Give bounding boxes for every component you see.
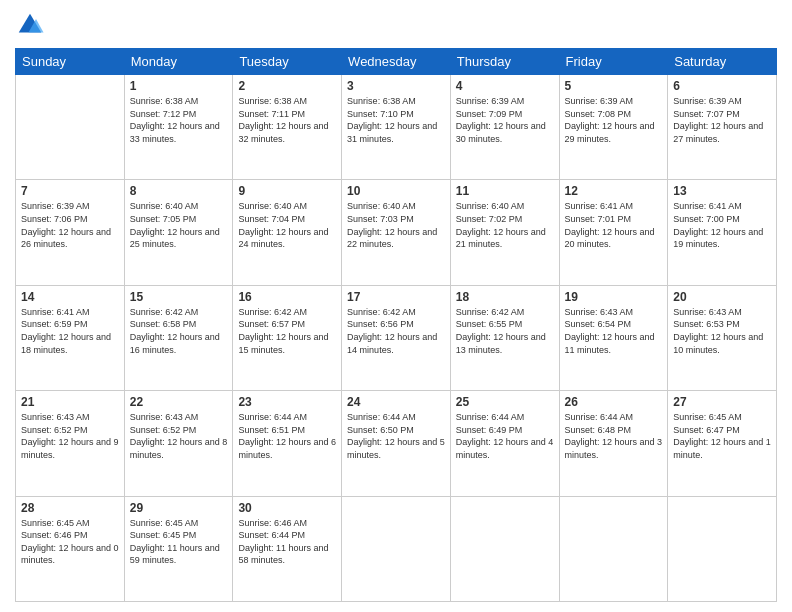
calendar-week-row: 1Sunrise: 6:38 AMSunset: 7:12 PMDaylight… (16, 75, 777, 180)
calendar-week-row: 14Sunrise: 6:41 AMSunset: 6:59 PMDayligh… (16, 285, 777, 390)
day-number: 19 (565, 290, 663, 304)
calendar-cell: 10Sunrise: 6:40 AMSunset: 7:03 PMDayligh… (342, 180, 451, 285)
cell-info: Sunrise: 6:38 AMSunset: 7:12 PMDaylight:… (130, 96, 220, 144)
day-number: 30 (238, 501, 336, 515)
cell-info: Sunrise: 6:43 AMSunset: 6:52 PMDaylight:… (130, 412, 228, 460)
calendar-header-row: SundayMondayTuesdayWednesdayThursdayFrid… (16, 49, 777, 75)
calendar-cell: 26Sunrise: 6:44 AMSunset: 6:48 PMDayligh… (559, 391, 668, 496)
calendar-cell: 14Sunrise: 6:41 AMSunset: 6:59 PMDayligh… (16, 285, 125, 390)
calendar-cell: 28Sunrise: 6:45 AMSunset: 6:46 PMDayligh… (16, 496, 125, 601)
calendar-cell: 25Sunrise: 6:44 AMSunset: 6:49 PMDayligh… (450, 391, 559, 496)
calendar-cell: 16Sunrise: 6:42 AMSunset: 6:57 PMDayligh… (233, 285, 342, 390)
day-number: 5 (565, 79, 663, 93)
weekday-header: Wednesday (342, 49, 451, 75)
calendar-cell (16, 75, 125, 180)
header (15, 10, 777, 40)
day-number: 8 (130, 184, 228, 198)
calendar-week-row: 21Sunrise: 6:43 AMSunset: 6:52 PMDayligh… (16, 391, 777, 496)
day-number: 21 (21, 395, 119, 409)
calendar-cell: 1Sunrise: 6:38 AMSunset: 7:12 PMDaylight… (124, 75, 233, 180)
calendar-cell: 17Sunrise: 6:42 AMSunset: 6:56 PMDayligh… (342, 285, 451, 390)
day-number: 1 (130, 79, 228, 93)
calendar-cell: 3Sunrise: 6:38 AMSunset: 7:10 PMDaylight… (342, 75, 451, 180)
cell-info: Sunrise: 6:39 AMSunset: 7:06 PMDaylight:… (21, 201, 111, 249)
calendar-cell: 22Sunrise: 6:43 AMSunset: 6:52 PMDayligh… (124, 391, 233, 496)
cell-info: Sunrise: 6:46 AMSunset: 6:44 PMDaylight:… (238, 518, 328, 566)
cell-info: Sunrise: 6:40 AMSunset: 7:04 PMDaylight:… (238, 201, 328, 249)
logo-icon (15, 10, 45, 40)
calendar-cell: 13Sunrise: 6:41 AMSunset: 7:00 PMDayligh… (668, 180, 777, 285)
cell-info: Sunrise: 6:40 AMSunset: 7:03 PMDaylight:… (347, 201, 437, 249)
day-number: 27 (673, 395, 771, 409)
calendar-cell: 23Sunrise: 6:44 AMSunset: 6:51 PMDayligh… (233, 391, 342, 496)
cell-info: Sunrise: 6:45 AMSunset: 6:47 PMDaylight:… (673, 412, 771, 460)
cell-info: Sunrise: 6:42 AMSunset: 6:55 PMDaylight:… (456, 307, 546, 355)
calendar-cell (450, 496, 559, 601)
day-number: 9 (238, 184, 336, 198)
cell-info: Sunrise: 6:43 AMSunset: 6:53 PMDaylight:… (673, 307, 763, 355)
cell-info: Sunrise: 6:38 AMSunset: 7:10 PMDaylight:… (347, 96, 437, 144)
calendar-cell: 4Sunrise: 6:39 AMSunset: 7:09 PMDaylight… (450, 75, 559, 180)
day-number: 29 (130, 501, 228, 515)
day-number: 16 (238, 290, 336, 304)
cell-info: Sunrise: 6:42 AMSunset: 6:56 PMDaylight:… (347, 307, 437, 355)
calendar-cell: 2Sunrise: 6:38 AMSunset: 7:11 PMDaylight… (233, 75, 342, 180)
calendar-cell: 9Sunrise: 6:40 AMSunset: 7:04 PMDaylight… (233, 180, 342, 285)
day-number: 13 (673, 184, 771, 198)
day-number: 20 (673, 290, 771, 304)
weekday-header: Sunday (16, 49, 125, 75)
cell-info: Sunrise: 6:39 AMSunset: 7:08 PMDaylight:… (565, 96, 655, 144)
day-number: 24 (347, 395, 445, 409)
day-number: 4 (456, 79, 554, 93)
cell-info: Sunrise: 6:45 AMSunset: 6:46 PMDaylight:… (21, 518, 119, 566)
day-number: 10 (347, 184, 445, 198)
day-number: 26 (565, 395, 663, 409)
day-number: 2 (238, 79, 336, 93)
day-number: 17 (347, 290, 445, 304)
calendar-cell: 18Sunrise: 6:42 AMSunset: 6:55 PMDayligh… (450, 285, 559, 390)
calendar-cell: 30Sunrise: 6:46 AMSunset: 6:44 PMDayligh… (233, 496, 342, 601)
calendar-cell: 15Sunrise: 6:42 AMSunset: 6:58 PMDayligh… (124, 285, 233, 390)
cell-info: Sunrise: 6:44 AMSunset: 6:51 PMDaylight:… (238, 412, 336, 460)
cell-info: Sunrise: 6:43 AMSunset: 6:54 PMDaylight:… (565, 307, 655, 355)
cell-info: Sunrise: 6:41 AMSunset: 7:01 PMDaylight:… (565, 201, 655, 249)
day-number: 12 (565, 184, 663, 198)
day-number: 22 (130, 395, 228, 409)
weekday-header: Tuesday (233, 49, 342, 75)
cell-info: Sunrise: 6:42 AMSunset: 6:57 PMDaylight:… (238, 307, 328, 355)
calendar-cell: 7Sunrise: 6:39 AMSunset: 7:06 PMDaylight… (16, 180, 125, 285)
cell-info: Sunrise: 6:40 AMSunset: 7:05 PMDaylight:… (130, 201, 220, 249)
calendar-cell: 20Sunrise: 6:43 AMSunset: 6:53 PMDayligh… (668, 285, 777, 390)
calendar-cell: 27Sunrise: 6:45 AMSunset: 6:47 PMDayligh… (668, 391, 777, 496)
calendar-cell (668, 496, 777, 601)
cell-info: Sunrise: 6:38 AMSunset: 7:11 PMDaylight:… (238, 96, 328, 144)
calendar-cell: 12Sunrise: 6:41 AMSunset: 7:01 PMDayligh… (559, 180, 668, 285)
page: SundayMondayTuesdayWednesdayThursdayFrid… (0, 0, 792, 612)
calendar-cell: 19Sunrise: 6:43 AMSunset: 6:54 PMDayligh… (559, 285, 668, 390)
calendar-cell: 29Sunrise: 6:45 AMSunset: 6:45 PMDayligh… (124, 496, 233, 601)
day-number: 28 (21, 501, 119, 515)
calendar-week-row: 28Sunrise: 6:45 AMSunset: 6:46 PMDayligh… (16, 496, 777, 601)
day-number: 11 (456, 184, 554, 198)
weekday-header: Saturday (668, 49, 777, 75)
cell-info: Sunrise: 6:40 AMSunset: 7:02 PMDaylight:… (456, 201, 546, 249)
day-number: 14 (21, 290, 119, 304)
weekday-header: Monday (124, 49, 233, 75)
calendar-cell: 24Sunrise: 6:44 AMSunset: 6:50 PMDayligh… (342, 391, 451, 496)
logo (15, 10, 49, 40)
day-number: 18 (456, 290, 554, 304)
cell-info: Sunrise: 6:41 AMSunset: 7:00 PMDaylight:… (673, 201, 763, 249)
day-number: 23 (238, 395, 336, 409)
cell-info: Sunrise: 6:41 AMSunset: 6:59 PMDaylight:… (21, 307, 111, 355)
cell-info: Sunrise: 6:44 AMSunset: 6:48 PMDaylight:… (565, 412, 663, 460)
calendar-cell: 5Sunrise: 6:39 AMSunset: 7:08 PMDaylight… (559, 75, 668, 180)
day-number: 7 (21, 184, 119, 198)
cell-info: Sunrise: 6:42 AMSunset: 6:58 PMDaylight:… (130, 307, 220, 355)
weekday-header: Friday (559, 49, 668, 75)
day-number: 3 (347, 79, 445, 93)
day-number: 15 (130, 290, 228, 304)
cell-info: Sunrise: 6:44 AMSunset: 6:50 PMDaylight:… (347, 412, 445, 460)
calendar-cell: 6Sunrise: 6:39 AMSunset: 7:07 PMDaylight… (668, 75, 777, 180)
calendar-cell: 11Sunrise: 6:40 AMSunset: 7:02 PMDayligh… (450, 180, 559, 285)
calendar-cell (342, 496, 451, 601)
